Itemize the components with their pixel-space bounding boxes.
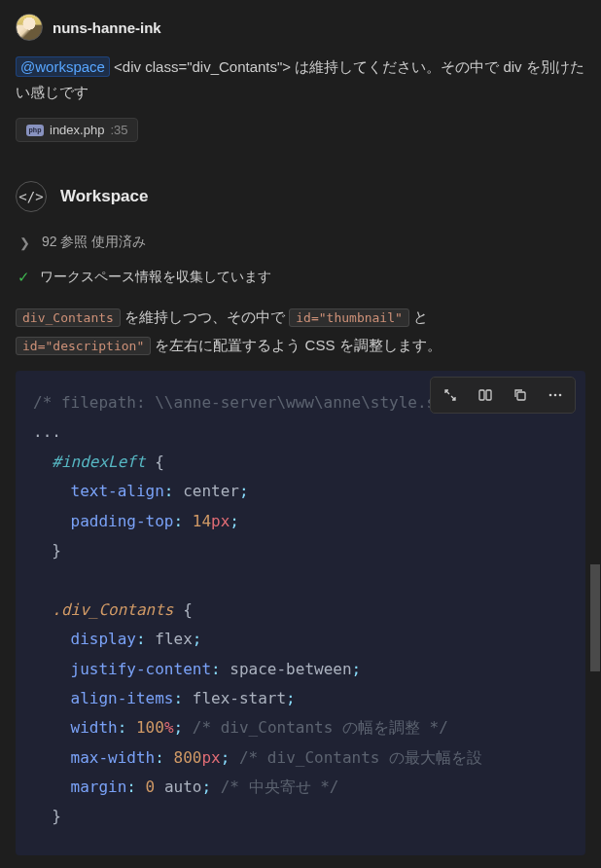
- copy-icon[interactable]: [503, 381, 538, 409]
- username: nuns-hanne-ink: [53, 19, 161, 36]
- workspace-title: Workspace: [60, 187, 148, 206]
- explanation-text: div_Contants を維持しつつ、その中で id="thumbnail" …: [16, 304, 585, 359]
- file-reference-badge[interactable]: index.php:35: [16, 118, 138, 142]
- svg-rect-2: [517, 392, 525, 400]
- svg-rect-1: [486, 390, 491, 400]
- scrollbar[interactable]: [589, 0, 601, 868]
- workspace-mention[interactable]: @workspace: [16, 56, 110, 77]
- file-name: index.php: [50, 123, 104, 137]
- php-icon: [26, 125, 44, 136]
- code-block-container: /* filepath: \\anne-server\www\anne\styl…: [16, 371, 585, 855]
- status-text: ワークスペース情報を収集しています: [40, 269, 271, 286]
- svg-point-5: [559, 394, 562, 397]
- file-line: :35: [110, 123, 127, 137]
- apply-icon[interactable]: [468, 381, 503, 409]
- code-bracket-icon: </>: [16, 181, 47, 212]
- svg-point-3: [549, 394, 552, 397]
- references-row[interactable]: ❯ 92 参照 使用済み: [16, 230, 585, 269]
- workspace-header: </> Workspace: [16, 181, 585, 212]
- more-icon[interactable]: [538, 381, 573, 409]
- user-message-header: nuns-hanne-ink: [16, 14, 585, 41]
- code-block[interactable]: /* filepath: \\anne-server\www\anne\styl…: [16, 371, 585, 855]
- chevron-right-icon: ❯: [19, 235, 30, 250]
- avatar: [16, 14, 43, 41]
- check-icon: ✓: [18, 269, 30, 286]
- references-text: 92 参照 使用済み: [42, 234, 146, 251]
- user-message-body: @workspace <div class="div_Contants"> は維…: [16, 54, 585, 104]
- inline-code: div_Contants: [16, 308, 121, 327]
- svg-rect-0: [479, 390, 484, 400]
- status-row: ✓ ワークスペース情報を収集しています: [16, 269, 585, 286]
- inline-code: id="thumbnail": [289, 308, 409, 327]
- workspace-response: </> Workspace ❯ 92 参照 使用済み ✓ ワークスペース情報を収…: [16, 181, 585, 855]
- inline-code: id="description": [16, 337, 151, 355]
- code-toolbar: [430, 377, 576, 414]
- svg-point-4: [554, 394, 557, 397]
- insert-icon[interactable]: [433, 381, 468, 409]
- scrollbar-thumb[interactable]: [590, 564, 600, 671]
